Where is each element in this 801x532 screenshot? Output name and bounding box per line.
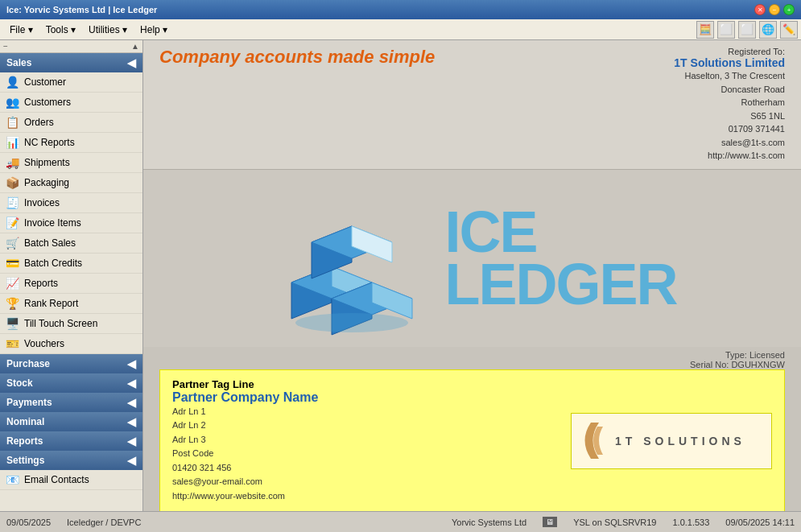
nav-batch-credits[interactable]: 💳 Batch Credits [0, 254, 142, 274]
partner-logo-svg: 1T SOLUTIONS [575, 414, 768, 467]
nav-vouchers[interactable]: 🎫 Vouchers [0, 334, 142, 354]
partner-postcode: Post Code [172, 447, 555, 461]
nav-label-customer: Customer [24, 76, 66, 88]
nav-batch-sales[interactable]: 🛒 Batch Sales [0, 233, 142, 254]
status-time-text: 09/05/2025 14:11 [725, 518, 795, 527]
reg-postcode: S65 1NL [674, 109, 785, 123]
nav-label-nc-reports: NC Reports [24, 137, 75, 148]
toolbar-button3[interactable]: ⬜ [738, 21, 756, 39]
logo-area: ICE LEDGER [143, 170, 801, 347]
nav-customer[interactable]: 👤 Customer [0, 72, 142, 93]
sidebar-minimize[interactable]: − [3, 42, 8, 51]
ice-ledger-text: ICE LEDGER [444, 206, 676, 311]
nav-invoice-items[interactable]: 📝 Invoice Items [0, 213, 142, 233]
section-header-stock[interactable]: Stock ◀ [0, 373, 142, 393]
nav-label-orders: Orders [24, 117, 54, 128]
toolbar-calculator[interactable]: 🧮 [696, 21, 714, 39]
nav-email-contacts[interactable]: 📧 Email Contacts [0, 470, 142, 490]
section-label-settings: Settings [6, 455, 44, 466]
vouchers-icon: 🎫 [5, 336, 19, 351]
nav-invoices[interactable]: 🧾 Invoices [0, 193, 142, 213]
section-header-sales[interactable]: Sales ◀ [0, 53, 142, 72]
section-label-sales: Sales [6, 57, 31, 68]
type-info: Type: Licensed Serial No: DGUHXNGW [143, 347, 801, 369]
menu-items: File ▾ Tools ▾ Utilities ▾ Help ▾ [3, 23, 174, 37]
maximize-button[interactable]: + [783, 4, 795, 15]
nav-label-packaging: Packaging [24, 177, 69, 188]
menu-file[interactable]: File ▾ [3, 23, 39, 37]
sidebar-up[interactable]: ▲ [131, 42, 139, 51]
toolbar-icons: 🧮 ⬜ ⬜ 🌐 ✏️ [696, 21, 798, 39]
header-section: Company accounts made simple Registered … [143, 40, 801, 170]
section-arrow-stock: ◀ [127, 377, 136, 390]
svg-marker-8 [352, 226, 392, 262]
partner-info: Partner Tag Line Partner Company Name Ad… [172, 378, 555, 504]
section-header-payments[interactable]: Payments ◀ [0, 393, 142, 412]
registered-section: Registered To: 1T Solutions Limited Hase… [674, 47, 785, 163]
status-version: 1.0.1.533 [672, 518, 709, 527]
minimize-button[interactable]: − [769, 4, 780, 15]
reg-address1: Haselton, 3 The Crescent [674, 69, 785, 83]
section-arrow-sales: ◀ [127, 56, 136, 69]
menu-help[interactable]: Help ▾ [134, 23, 174, 37]
nav-shipments[interactable]: 🚚 Shipments [0, 153, 142, 173]
status-version-text: 1.0.1.533 [672, 518, 709, 527]
till-touch-screen-icon: 🖥️ [5, 316, 19, 331]
db-icon: 🖥 [543, 517, 557, 527]
menu-tools[interactable]: Tools ▾ [39, 23, 82, 37]
invoices-icon: 🧾 [5, 196, 19, 210]
title-bar: Ice: Yorvic Systems Ltd | Ice Ledger ✕ −… [0, 0, 801, 19]
status-server-text: YSL on SQLSRVR19 [573, 518, 656, 527]
reg-email: sales@1t-s.com [674, 136, 785, 150]
svg-marker-5 [372, 282, 412, 319]
nav-till-touch-screen[interactable]: 🖥️ Till Touch Screen [0, 314, 142, 334]
section-arrow-settings: ◀ [127, 454, 136, 467]
nav-nc-reports[interactable]: 📊 NC Reports [0, 133, 142, 153]
nav-reports[interactable]: 📈 Reports [0, 274, 142, 294]
customer-icon: 👤 [5, 75, 19, 89]
license-type: Type: Licensed [143, 350, 785, 360]
section-header-reports[interactable]: Reports ◀ [0, 431, 142, 451]
main-layout: − ▲ Sales ◀ 👤 Customer 👥 Customers 📋 Ord… [0, 40, 801, 511]
toolbar-button2[interactable]: ⬜ [717, 21, 735, 39]
reg-website: http://www.1t-s.com [674, 149, 785, 163]
partner-adr3: Adr Ln 3 [172, 433, 555, 447]
menu-utilities[interactable]: Utilities ▾ [82, 23, 134, 37]
nav-rank-report[interactable]: 🏆 Rank Report [0, 294, 142, 314]
section-arrow-payments: ◀ [127, 396, 136, 409]
content-area: Company accounts made simple Registered … [143, 40, 801, 511]
status-user-text: Iceledger / DEVPC [67, 518, 141, 527]
registered-label: Registered To: [674, 47, 785, 56]
section-header-purchase[interactable]: Purchase ◀ [0, 354, 142, 373]
nav-label-shipments: Shipments [24, 157, 70, 168]
section-arrow-purchase: ◀ [127, 357, 136, 370]
registered-company-name: 1T Solutions Limited [674, 56, 785, 69]
close-button[interactable]: ✕ [754, 4, 766, 15]
nav-label-vouchers: Vouchers [24, 338, 64, 349]
section-header-nominal[interactable]: Nominal ◀ [0, 412, 142, 431]
nav-label-customers: Customers [24, 97, 71, 108]
reports-icon: 📈 [5, 276, 19, 291]
nav-label-till-touch-screen: Till Touch Screen [24, 318, 97, 329]
partner-website: http://www.your-website.com [172, 489, 555, 504]
nav-packaging[interactable]: 📦 Packaging [0, 173, 142, 193]
partner-phone: 01420 321 456 [172, 461, 555, 476]
ice-cube-logo [267, 178, 428, 339]
reg-address2: Doncaster Road [674, 83, 785, 97]
water-reflection [295, 313, 408, 332]
batch-credits-icon: 💳 [5, 256, 19, 270]
nav-orders[interactable]: 📋 Orders [0, 113, 142, 133]
status-date-text: 09/05/2025 [6, 518, 51, 527]
toolbar-web[interactable]: 🌐 [759, 21, 777, 39]
toolbar-edit[interactable]: ✏️ [780, 21, 798, 39]
nav-label-invoice-items: Invoice Items [24, 217, 81, 229]
status-server: YSL on SQLSRVR19 [573, 518, 656, 527]
nav-label-invoices: Invoices [24, 197, 60, 208]
nav-label-email-contacts: Email Contacts [24, 474, 89, 485]
nav-customers[interactable]: 👥 Customers [0, 93, 142, 113]
section-header-settings[interactable]: Settings ◀ [0, 451, 142, 470]
section-label-nominal: Nominal [6, 416, 44, 427]
nav-label-rank-report: Rank Report [24, 298, 78, 309]
sidebar: − ▲ Sales ◀ 👤 Customer 👥 Customers 📋 Ord… [0, 40, 143, 511]
nav-label-batch-credits: Batch Credits [24, 258, 82, 269]
